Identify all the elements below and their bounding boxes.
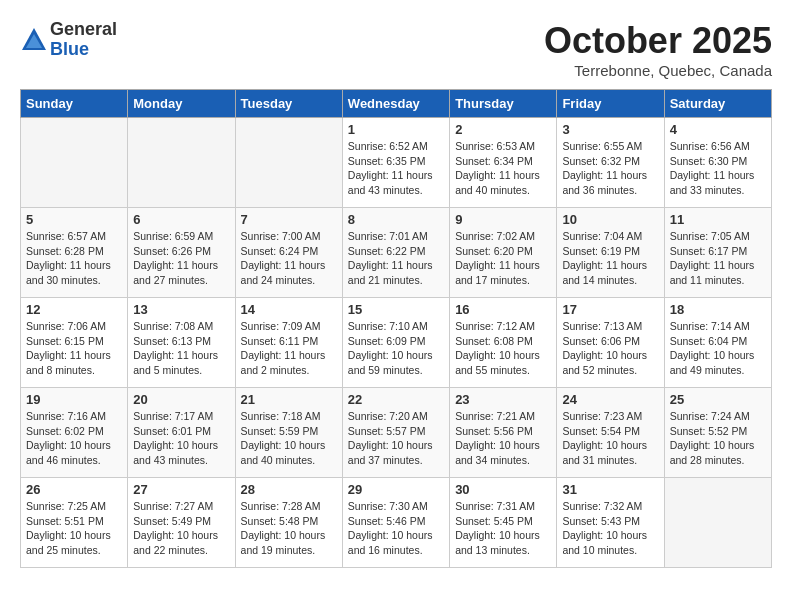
logo-general: General xyxy=(50,20,117,40)
day-info: Sunrise: 7:04 AMSunset: 6:19 PMDaylight:… xyxy=(562,229,658,288)
page-header: General Blue October 2025 Terrebonne, Qu… xyxy=(20,20,772,79)
day-number: 18 xyxy=(670,302,766,317)
day-number: 28 xyxy=(241,482,337,497)
day-info: Sunrise: 7:12 AMSunset: 6:08 PMDaylight:… xyxy=(455,319,551,378)
calendar-cell: 4Sunrise: 6:56 AMSunset: 6:30 PMDaylight… xyxy=(664,118,771,208)
day-info: Sunrise: 6:57 AMSunset: 6:28 PMDaylight:… xyxy=(26,229,122,288)
day-number: 27 xyxy=(133,482,229,497)
calendar-cell: 25Sunrise: 7:24 AMSunset: 5:52 PMDayligh… xyxy=(664,388,771,478)
logo: General Blue xyxy=(20,20,117,60)
location: Terrebonne, Quebec, Canada xyxy=(544,62,772,79)
calendar-table: SundayMondayTuesdayWednesdayThursdayFrid… xyxy=(20,89,772,568)
calendar-header-row: SundayMondayTuesdayWednesdayThursdayFrid… xyxy=(21,90,772,118)
calendar-cell: 18Sunrise: 7:14 AMSunset: 6:04 PMDayligh… xyxy=(664,298,771,388)
calendar-week-1: 1Sunrise: 6:52 AMSunset: 6:35 PMDaylight… xyxy=(21,118,772,208)
day-number: 5 xyxy=(26,212,122,227)
day-info: Sunrise: 6:52 AMSunset: 6:35 PMDaylight:… xyxy=(348,139,444,198)
day-header-monday: Monday xyxy=(128,90,235,118)
day-number: 7 xyxy=(241,212,337,227)
calendar-cell: 22Sunrise: 7:20 AMSunset: 5:57 PMDayligh… xyxy=(342,388,449,478)
day-header-thursday: Thursday xyxy=(450,90,557,118)
calendar-cell: 17Sunrise: 7:13 AMSunset: 6:06 PMDayligh… xyxy=(557,298,664,388)
day-number: 26 xyxy=(26,482,122,497)
calendar-cell: 8Sunrise: 7:01 AMSunset: 6:22 PMDaylight… xyxy=(342,208,449,298)
calendar-cell: 13Sunrise: 7:08 AMSunset: 6:13 PMDayligh… xyxy=(128,298,235,388)
day-number: 6 xyxy=(133,212,229,227)
day-header-wednesday: Wednesday xyxy=(342,90,449,118)
calendar-cell: 1Sunrise: 6:52 AMSunset: 6:35 PMDaylight… xyxy=(342,118,449,208)
day-info: Sunrise: 7:20 AMSunset: 5:57 PMDaylight:… xyxy=(348,409,444,468)
day-number: 19 xyxy=(26,392,122,407)
day-number: 25 xyxy=(670,392,766,407)
day-number: 12 xyxy=(26,302,122,317)
month-title: October 2025 xyxy=(544,20,772,62)
day-info: Sunrise: 6:55 AMSunset: 6:32 PMDaylight:… xyxy=(562,139,658,198)
day-info: Sunrise: 7:13 AMSunset: 6:06 PMDaylight:… xyxy=(562,319,658,378)
calendar-cell: 27Sunrise: 7:27 AMSunset: 5:49 PMDayligh… xyxy=(128,478,235,568)
calendar-week-5: 26Sunrise: 7:25 AMSunset: 5:51 PMDayligh… xyxy=(21,478,772,568)
calendar-cell: 21Sunrise: 7:18 AMSunset: 5:59 PMDayligh… xyxy=(235,388,342,478)
calendar-cell: 23Sunrise: 7:21 AMSunset: 5:56 PMDayligh… xyxy=(450,388,557,478)
day-number: 15 xyxy=(348,302,444,317)
calendar-cell: 28Sunrise: 7:28 AMSunset: 5:48 PMDayligh… xyxy=(235,478,342,568)
day-info: Sunrise: 7:28 AMSunset: 5:48 PMDaylight:… xyxy=(241,499,337,558)
day-info: Sunrise: 6:56 AMSunset: 6:30 PMDaylight:… xyxy=(670,139,766,198)
day-number: 11 xyxy=(670,212,766,227)
calendar-cell: 20Sunrise: 7:17 AMSunset: 6:01 PMDayligh… xyxy=(128,388,235,478)
day-number: 2 xyxy=(455,122,551,137)
day-number: 14 xyxy=(241,302,337,317)
day-info: Sunrise: 7:24 AMSunset: 5:52 PMDaylight:… xyxy=(670,409,766,468)
calendar-cell xyxy=(235,118,342,208)
day-number: 29 xyxy=(348,482,444,497)
logo-icon xyxy=(20,26,48,54)
day-header-saturday: Saturday xyxy=(664,90,771,118)
day-info: Sunrise: 7:01 AMSunset: 6:22 PMDaylight:… xyxy=(348,229,444,288)
calendar-cell: 15Sunrise: 7:10 AMSunset: 6:09 PMDayligh… xyxy=(342,298,449,388)
calendar-cell: 24Sunrise: 7:23 AMSunset: 5:54 PMDayligh… xyxy=(557,388,664,478)
day-number: 16 xyxy=(455,302,551,317)
day-info: Sunrise: 7:00 AMSunset: 6:24 PMDaylight:… xyxy=(241,229,337,288)
calendar-week-2: 5Sunrise: 6:57 AMSunset: 6:28 PMDaylight… xyxy=(21,208,772,298)
day-info: Sunrise: 7:18 AMSunset: 5:59 PMDaylight:… xyxy=(241,409,337,468)
calendar-cell: 10Sunrise: 7:04 AMSunset: 6:19 PMDayligh… xyxy=(557,208,664,298)
day-number: 8 xyxy=(348,212,444,227)
calendar-cell: 2Sunrise: 6:53 AMSunset: 6:34 PMDaylight… xyxy=(450,118,557,208)
day-header-tuesday: Tuesday xyxy=(235,90,342,118)
logo-text: General Blue xyxy=(50,20,117,60)
day-info: Sunrise: 7:05 AMSunset: 6:17 PMDaylight:… xyxy=(670,229,766,288)
day-number: 23 xyxy=(455,392,551,407)
day-info: Sunrise: 7:31 AMSunset: 5:45 PMDaylight:… xyxy=(455,499,551,558)
calendar-cell: 6Sunrise: 6:59 AMSunset: 6:26 PMDaylight… xyxy=(128,208,235,298)
day-info: Sunrise: 7:02 AMSunset: 6:20 PMDaylight:… xyxy=(455,229,551,288)
day-number: 13 xyxy=(133,302,229,317)
day-number: 1 xyxy=(348,122,444,137)
calendar-cell: 16Sunrise: 7:12 AMSunset: 6:08 PMDayligh… xyxy=(450,298,557,388)
calendar-cell: 7Sunrise: 7:00 AMSunset: 6:24 PMDaylight… xyxy=(235,208,342,298)
calendar-week-4: 19Sunrise: 7:16 AMSunset: 6:02 PMDayligh… xyxy=(21,388,772,478)
calendar-cell xyxy=(664,478,771,568)
title-block: October 2025 Terrebonne, Quebec, Canada xyxy=(544,20,772,79)
calendar-cell: 29Sunrise: 7:30 AMSunset: 5:46 PMDayligh… xyxy=(342,478,449,568)
day-number: 17 xyxy=(562,302,658,317)
day-info: Sunrise: 6:53 AMSunset: 6:34 PMDaylight:… xyxy=(455,139,551,198)
day-number: 20 xyxy=(133,392,229,407)
day-number: 31 xyxy=(562,482,658,497)
calendar-cell: 11Sunrise: 7:05 AMSunset: 6:17 PMDayligh… xyxy=(664,208,771,298)
day-number: 10 xyxy=(562,212,658,227)
day-number: 4 xyxy=(670,122,766,137)
day-info: Sunrise: 7:10 AMSunset: 6:09 PMDaylight:… xyxy=(348,319,444,378)
calendar-cell: 30Sunrise: 7:31 AMSunset: 5:45 PMDayligh… xyxy=(450,478,557,568)
day-info: Sunrise: 7:16 AMSunset: 6:02 PMDaylight:… xyxy=(26,409,122,468)
day-number: 9 xyxy=(455,212,551,227)
day-number: 24 xyxy=(562,392,658,407)
day-info: Sunrise: 7:30 AMSunset: 5:46 PMDaylight:… xyxy=(348,499,444,558)
day-info: Sunrise: 7:14 AMSunset: 6:04 PMDaylight:… xyxy=(670,319,766,378)
day-number: 22 xyxy=(348,392,444,407)
calendar-cell: 9Sunrise: 7:02 AMSunset: 6:20 PMDaylight… xyxy=(450,208,557,298)
day-info: Sunrise: 7:32 AMSunset: 5:43 PMDaylight:… xyxy=(562,499,658,558)
day-info: Sunrise: 7:27 AMSunset: 5:49 PMDaylight:… xyxy=(133,499,229,558)
calendar-cell: 5Sunrise: 6:57 AMSunset: 6:28 PMDaylight… xyxy=(21,208,128,298)
day-number: 30 xyxy=(455,482,551,497)
calendar-cell xyxy=(128,118,235,208)
calendar-cell: 12Sunrise: 7:06 AMSunset: 6:15 PMDayligh… xyxy=(21,298,128,388)
